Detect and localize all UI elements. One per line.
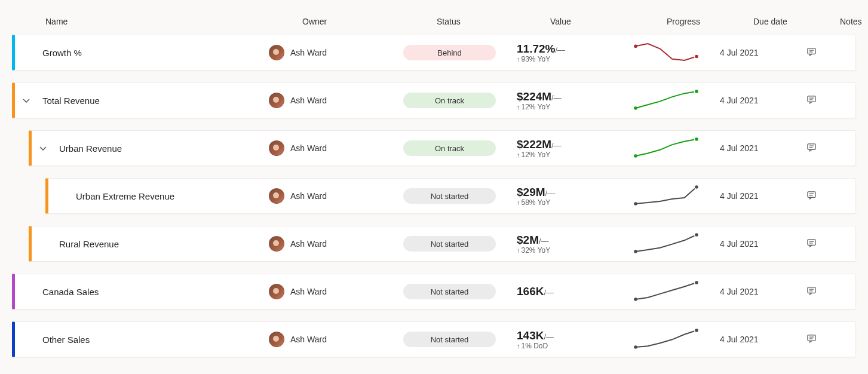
chevron-down-icon[interactable]: [38, 143, 48, 153]
value-cell: $29M/—↑58% YoY: [517, 186, 633, 207]
owner-cell[interactable]: Ash Ward: [269, 332, 403, 347]
metric-row-other-sales[interactable]: Other SalesAsh WardNot started143K/—↑1% …: [12, 321, 856, 357]
col-notes[interactable]: Notes: [840, 17, 868, 26]
owner-cell[interactable]: Ash Ward: [269, 236, 403, 252]
svg-rect-7: [808, 96, 815, 102]
owner-cell[interactable]: Ash Ward: [269, 140, 403, 156]
notes-button[interactable]: [806, 142, 842, 154]
metric-name[interactable]: Rural Revenue: [59, 239, 119, 249]
sparkline[interactable]: [633, 185, 720, 208]
svg-rect-27: [808, 287, 815, 293]
avatar: [269, 284, 284, 299]
metric-row-canada-sales[interactable]: Canada SalesAsh WardNot started166K/— 4 …: [12, 274, 856, 309]
status-cell: Not started: [403, 284, 517, 299]
avatar: [269, 140, 284, 156]
svg-point-10: [634, 154, 637, 158]
metric-row-total-revenue[interactable]: Total RevenueAsh WardOn track$224M/—↑12%…: [12, 82, 856, 118]
metric-row-urban-revenue[interactable]: Urban RevenueAsh WardOn track$222M/—↑12%…: [29, 130, 856, 166]
col-progress[interactable]: Progress: [667, 17, 753, 26]
arrow-up-icon: ↑: [517, 342, 520, 350]
arrow-up-icon: ↑: [517, 199, 520, 206]
sparkline[interactable]: [633, 280, 720, 304]
sparkline[interactable]: [633, 328, 720, 351]
metric-delta: ↑12% YoY: [517, 151, 633, 159]
col-status[interactable]: Status: [437, 17, 550, 26]
notes-button[interactable]: [806, 333, 842, 345]
notes-button[interactable]: [806, 190, 842, 202]
avatar: [269, 236, 284, 252]
note-icon[interactable]: [806, 286, 817, 296]
name-cell: Canada Sales: [15, 287, 269, 297]
metric-name[interactable]: Growth %: [42, 48, 82, 58]
name-cell: Total Revenue: [15, 96, 269, 106]
value-cell: $224M/—↑12% YoY: [517, 90, 633, 111]
sparkline[interactable]: [633, 137, 720, 160]
metric-target: /—: [555, 45, 565, 54]
notes-button[interactable]: [806, 47, 842, 59]
metric-name[interactable]: Urban Revenue: [59, 143, 122, 154]
metric-delta: ↑12% YoY: [517, 103, 633, 111]
sparkline[interactable]: [633, 41, 720, 65]
note-icon[interactable]: [806, 333, 817, 344]
metric-row-growth[interactable]: Growth %Ash WardBehind11.72%/—↑93% YoY 4…: [12, 35, 856, 70]
metric-target: /—: [539, 237, 549, 246]
status-badge: On track: [403, 93, 496, 108]
status-badge: On track: [403, 140, 496, 156]
due-date: 4 Jul 2021: [720, 287, 806, 296]
col-owner[interactable]: Owner: [302, 17, 437, 26]
metric-target: /—: [545, 189, 556, 198]
metric-name[interactable]: Total Revenue: [42, 96, 100, 106]
value-cell: 166K/—: [517, 285, 633, 298]
sparkline[interactable]: [633, 89, 720, 112]
note-icon[interactable]: [806, 190, 817, 200]
metric-row-urban-extreme-revenue[interactable]: Urban Extreme RevenueAsh WardNot started…: [45, 178, 856, 214]
metric-value: 166K: [517, 285, 544, 298]
note-icon[interactable]: [806, 47, 817, 57]
metric-row-rural-revenue[interactable]: Rural RevenueAsh WardNot started$2M/—↑32…: [29, 226, 856, 262]
col-due[interactable]: Due date: [753, 17, 840, 26]
metric-delta: ↑93% YoY: [517, 55, 633, 63]
metric-target: /—: [544, 332, 554, 341]
chevron-down-icon[interactable]: [22, 96, 31, 105]
status-badge: Not started: [403, 332, 496, 347]
status-cell: Not started: [403, 236, 517, 252]
avatar: [269, 93, 284, 108]
metric-value: 11.72%: [517, 42, 555, 55]
status-badge: Not started: [403, 236, 496, 252]
due-date: 4 Jul 2021: [720, 335, 806, 344]
owner-cell[interactable]: Ash Ward: [269, 93, 403, 108]
notes-button[interactable]: [806, 94, 842, 106]
arrow-up-icon: ↑: [517, 247, 520, 254]
note-icon[interactable]: [806, 238, 817, 248]
svg-point-15: [634, 202, 637, 206]
metric-name[interactable]: Urban Extreme Revenue: [76, 191, 174, 201]
svg-point-25: [634, 298, 637, 301]
svg-point-31: [695, 328, 699, 332]
metric-name[interactable]: Other Sales: [42, 335, 90, 345]
note-icon[interactable]: [806, 142, 817, 152]
notes-button[interactable]: [806, 286, 842, 298]
svg-rect-2: [808, 48, 815, 54]
svg-point-21: [695, 232, 699, 237]
owner-cell[interactable]: Ash Ward: [269, 284, 403, 299]
svg-rect-32: [808, 335, 815, 341]
note-icon[interactable]: [806, 94, 817, 105]
arrow-up-icon: ↑: [517, 151, 520, 158]
col-value[interactable]: Value: [550, 17, 667, 26]
svg-rect-12: [808, 144, 815, 149]
column-headers: Name Owner Status Value Progress Due dat…: [12, 12, 856, 35]
svg-point-11: [695, 137, 699, 141]
owner-cell[interactable]: Ash Ward: [269, 45, 403, 60]
metric-value: $29M: [517, 186, 545, 198]
svg-point-20: [634, 250, 637, 253]
owner-cell[interactable]: Ash Ward: [269, 188, 403, 204]
metric-target: /—: [551, 93, 562, 102]
sparkline[interactable]: [633, 232, 720, 256]
svg-point-6: [695, 89, 699, 93]
notes-button[interactable]: [806, 238, 842, 250]
svg-point-5: [634, 106, 637, 110]
metric-name[interactable]: Canada Sales: [42, 287, 99, 297]
col-name[interactable]: Name: [45, 17, 302, 26]
owner-name: Ash Ward: [290, 287, 327, 296]
value-cell: 11.72%/—↑93% YoY: [517, 42, 633, 63]
